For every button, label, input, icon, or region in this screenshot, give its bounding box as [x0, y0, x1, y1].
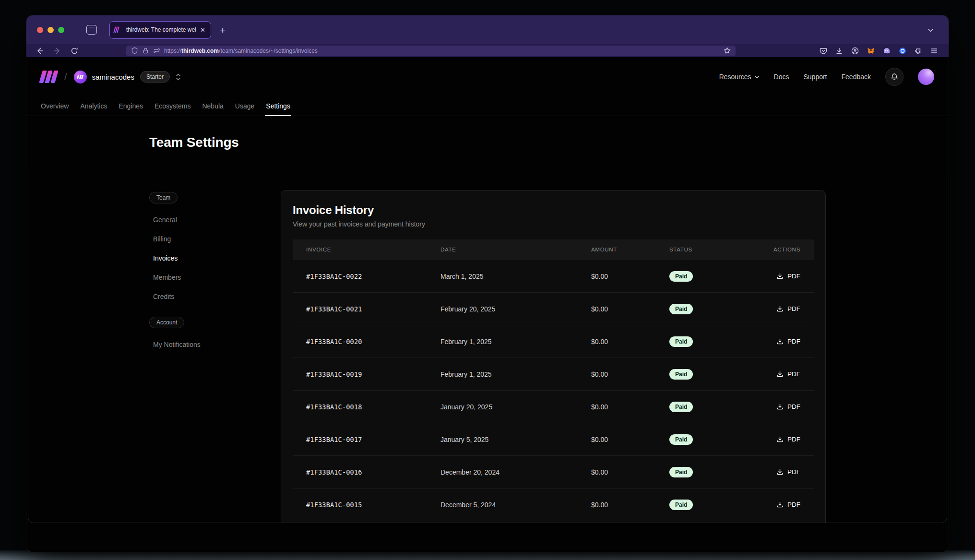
reload-button[interactable]: [71, 47, 78, 55]
metamask-icon[interactable]: [867, 47, 875, 55]
sidebar-item[interactable]: Invoices: [149, 249, 264, 268]
forward-button[interactable]: [53, 47, 61, 55]
url-path: /team/saminacodes/~/settings/invoices: [219, 48, 318, 54]
status-badge: Paid: [669, 304, 693, 314]
invoice-amount: $0.00: [591, 501, 669, 509]
thirdweb-dashboard-page: / saminacodes Starter Resources Docs Sup…: [26, 57, 949, 552]
download-icon: [776, 501, 784, 508]
breadcrumb-slash: /: [64, 71, 67, 83]
tracking-protection-shield-icon[interactable]: [131, 47, 138, 54]
invoice-amount: $0.00: [591, 338, 669, 346]
list-all-tabs-icon[interactable]: [927, 26, 934, 34]
invoice-date: February 20, 2025: [440, 305, 591, 313]
team-avatar[interactable]: [74, 71, 87, 83]
sidebar-item[interactable]: Credits: [149, 287, 264, 306]
onepassword-icon[interactable]: [899, 47, 906, 55]
thirdweb-logo[interactable]: [41, 71, 57, 83]
invoice-number: #1F33BA1C-0015: [306, 501, 440, 509]
url-bar[interactable]: https://thirdweb.com/team/saminacodes/~/…: [126, 46, 736, 56]
status-badge: Paid: [669, 402, 693, 412]
sidebar-item[interactable]: Members: [149, 268, 264, 287]
dashboard-tab[interactable]: Overview: [35, 97, 74, 116]
sidebar-item[interactable]: General: [149, 210, 264, 229]
invoice-status: Paid: [669, 271, 738, 282]
resources-menu[interactable]: Resources: [719, 73, 760, 81]
zoom-window-button[interactable]: [58, 27, 64, 33]
feedback-link[interactable]: Feedback: [842, 73, 871, 81]
invoice-status: Paid: [669, 467, 738, 477]
download-pdf-button[interactable]: PDF: [776, 338, 800, 345]
col-date: DATE: [440, 247, 591, 252]
team-name[interactable]: saminacodes: [92, 73, 134, 81]
sidebar-item[interactable]: My Notifications: [149, 335, 264, 354]
status-badge: Paid: [669, 467, 693, 477]
download-icon: [776, 370, 784, 378]
resources-label: Resources: [719, 73, 751, 81]
invoice-amount: $0.00: [591, 468, 669, 476]
team-switcher-chevrons-icon[interactable]: [176, 73, 181, 81]
close-window-button[interactable]: [37, 27, 43, 33]
docs-link[interactable]: Docs: [774, 73, 789, 81]
invoice-date: January 5, 2025: [440, 436, 591, 443]
firefox-view-icon[interactable]: [86, 25, 97, 35]
notifications-bell-button[interactable]: [885, 68, 904, 86]
pdf-label: PDF: [787, 338, 800, 345]
url-text: https://thirdweb.com/team/saminacodes/~/…: [164, 48, 720, 54]
extensions-puzzle-icon[interactable]: [915, 47, 922, 55]
col-invoice: INVOICE: [306, 247, 440, 252]
phantom-icon[interactable]: [883, 47, 891, 55]
invoice-actions: PDF: [738, 338, 800, 345]
user-avatar[interactable]: [918, 69, 934, 85]
sidebar-item[interactable]: Billing: [149, 229, 264, 249]
settings-content-shell: Team General Billing Invoices Members Cr…: [28, 169, 947, 523]
invoice-amount: $0.00: [591, 305, 669, 313]
invoice-number: #1F33BA1C-0020: [306, 338, 440, 346]
pdf-label: PDF: [787, 403, 800, 410]
account-icon[interactable]: [851, 47, 859, 55]
dashboard-tab[interactable]: Engines: [113, 97, 149, 116]
status-badge: Paid: [669, 434, 693, 445]
desktop-background-band: [0, 550, 975, 560]
download-pdf-button[interactable]: PDF: [776, 436, 800, 443]
dashboard-tab[interactable]: Settings: [260, 97, 296, 116]
invoice-date: February 1, 2025: [440, 338, 591, 346]
status-badge: Paid: [669, 336, 693, 347]
dashboard-tab[interactable]: Ecosystems: [149, 97, 196, 116]
support-link[interactable]: Support: [803, 73, 827, 81]
active-browser-tab[interactable]: thirdweb: The complete web3 d ✕: [109, 21, 211, 39]
new-tab-button[interactable]: +: [220, 25, 226, 35]
download-pdf-button[interactable]: PDF: [776, 305, 800, 312]
downloads-icon[interactable]: [835, 47, 843, 55]
pocket-icon[interactable]: [820, 47, 827, 55]
download-pdf-button[interactable]: PDF: [776, 370, 800, 378]
dashboard-tab[interactable]: Nebula: [196, 97, 229, 116]
settings-sidebar: Team General Billing Invoices Members Cr…: [149, 190, 264, 523]
download-pdf-button[interactable]: PDF: [776, 273, 800, 280]
browser-window: thirdweb: The complete web3 d ✕ +: [26, 15, 949, 552]
col-actions: ACTIONS: [738, 247, 800, 252]
dashboard-tab[interactable]: Analytics: [74, 97, 113, 116]
download-pdf-button[interactable]: PDF: [776, 403, 800, 410]
window-controls: [37, 27, 64, 33]
download-pdf-button[interactable]: PDF: [776, 501, 800, 508]
invoice-date: February 1, 2025: [440, 370, 591, 378]
back-button[interactable]: [36, 47, 44, 55]
permissions-switch-icon[interactable]: [153, 47, 160, 54]
connection-lock-icon[interactable]: [142, 47, 149, 54]
invoice-amount: $0.00: [591, 370, 669, 378]
invoice-actions: PDF: [738, 403, 800, 410]
url-protocol: https://: [164, 48, 181, 54]
page-title: Team Settings: [149, 135, 826, 150]
bell-icon: [891, 73, 898, 81]
tab-close-icon[interactable]: ✕: [199, 26, 206, 34]
menu-icon[interactable]: [930, 47, 938, 55]
dashboard-tab[interactable]: Usage: [229, 97, 260, 116]
bookmark-star-icon[interactable]: [724, 47, 731, 54]
team-section-badge: Team: [149, 192, 178, 203]
invoice-date: March 1, 2025: [440, 273, 591, 280]
minimize-window-button[interactable]: [48, 27, 54, 33]
pdf-label: PDF: [787, 501, 800, 508]
invoice-date: December 20, 2024: [440, 468, 591, 476]
status-badge: Paid: [669, 271, 693, 282]
download-pdf-button[interactable]: PDF: [776, 468, 800, 476]
